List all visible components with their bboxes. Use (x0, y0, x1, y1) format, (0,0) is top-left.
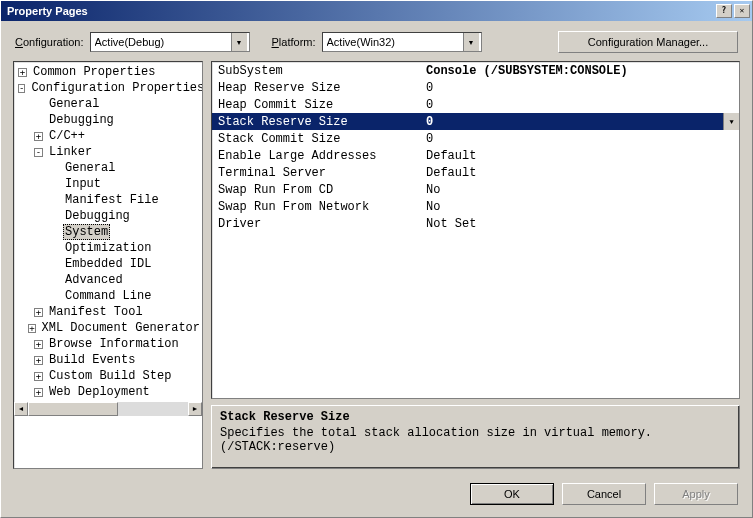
tree-item-label: Common Properties (31, 65, 157, 79)
tree-item-label: Optimization (63, 241, 153, 255)
property-name: Terminal Server (212, 166, 422, 180)
tree-item[interactable]: +C/C++ (14, 128, 202, 144)
property-value[interactable]: 0 (422, 81, 739, 95)
close-button[interactable]: ✕ (734, 4, 750, 18)
property-row[interactable]: SubSystemConsole (/SUBSYSTEM:CONSOLE) (212, 62, 739, 79)
tree-item[interactable]: Embedded IDL (14, 256, 202, 272)
expand-icon[interactable]: + (34, 372, 43, 381)
property-value[interactable]: No (422, 183, 739, 197)
property-row[interactable]: Heap Commit Size0 (212, 96, 739, 113)
tree-item-label: Manifest Tool (47, 305, 145, 319)
expand-icon[interactable]: + (28, 324, 35, 333)
property-row[interactable]: Terminal ServerDefault (212, 164, 739, 181)
expand-icon[interactable]: + (34, 340, 43, 349)
property-name: Swap Run From Network (212, 200, 422, 214)
configuration-manager-button[interactable]: Configuration Manager... (558, 31, 738, 53)
property-value[interactable]: 0 (422, 115, 723, 129)
property-name: Swap Run From CD (212, 183, 422, 197)
configuration-value[interactable] (91, 33, 231, 51)
property-value[interactable]: Not Set (422, 217, 739, 231)
description-title: Stack Reserve Size (220, 410, 731, 424)
tree-item-label: Browse Information (47, 337, 181, 351)
collapse-icon[interactable]: - (18, 84, 25, 93)
property-row[interactable]: DriverNot Set (212, 215, 739, 232)
tree-item[interactable]: General (14, 160, 202, 176)
property-value[interactable]: Default (422, 166, 739, 180)
tree-item-label: Command Line (63, 289, 153, 303)
property-row[interactable]: Swap Run From NetworkNo (212, 198, 739, 215)
chevron-down-icon[interactable] (463, 33, 479, 51)
scroll-right-icon[interactable]: ► (188, 402, 202, 416)
expand-icon[interactable]: + (34, 308, 43, 317)
tree-item[interactable]: +Common Properties (14, 64, 202, 80)
property-row[interactable]: Enable Large AddressesDefault (212, 147, 739, 164)
property-row[interactable]: Swap Run From CDNo (212, 181, 739, 198)
property-row[interactable]: Stack Commit Size0 (212, 130, 739, 147)
expand-icon[interactable]: + (34, 132, 43, 141)
tree-item[interactable]: System (14, 224, 202, 240)
platform-select[interactable] (322, 32, 482, 52)
property-row[interactable]: Heap Reserve Size0 (212, 79, 739, 96)
apply-button[interactable]: Apply (654, 483, 738, 505)
tree-item[interactable]: +Custom Build Step (14, 368, 202, 384)
tree-item[interactable]: +Build Events (14, 352, 202, 368)
tree-item-label: C/C++ (47, 129, 87, 143)
property-name: SubSystem (212, 64, 422, 78)
tree-item-label: XML Document Generator (40, 321, 202, 335)
tree-item-label: Custom Build Step (47, 369, 173, 383)
platform-value[interactable] (323, 33, 463, 51)
tree-item[interactable]: Manifest File (14, 192, 202, 208)
cancel-button[interactable]: Cancel (562, 483, 646, 505)
expand-icon[interactable]: + (34, 388, 43, 397)
property-row[interactable]: Stack Reserve Size0 (212, 113, 739, 130)
window-title: Property Pages (7, 5, 714, 17)
collapse-icon[interactable]: - (34, 148, 43, 157)
tree-item-label: Manifest File (63, 193, 161, 207)
expand-icon[interactable]: + (34, 356, 43, 365)
tree-item-label: Configuration Properties (29, 81, 203, 95)
scroll-thumb[interactable] (28, 402, 118, 416)
property-value[interactable]: No (422, 200, 739, 214)
property-pages-dialog: Property Pages ? ✕ Configuration: Platfo… (0, 0, 753, 518)
tree-item-label: Linker (47, 145, 94, 159)
property-name: Stack Commit Size (212, 132, 422, 146)
chevron-down-icon[interactable] (723, 113, 739, 130)
tree-item[interactable]: -Configuration Properties (14, 80, 202, 96)
property-value[interactable]: Console (/SUBSYSTEM:CONSOLE) (422, 64, 739, 78)
tree-item[interactable]: -Linker (14, 144, 202, 160)
tree-item-label: Web Deployment (47, 385, 152, 399)
tree-item[interactable]: Advanced (14, 272, 202, 288)
config-bar: Configuration: Platform: Configuration M… (1, 21, 752, 61)
property-name: Heap Reserve Size (212, 81, 422, 95)
help-button[interactable]: ? (716, 4, 732, 18)
tree-item-label: Debugging (63, 209, 132, 223)
property-value[interactable]: 0 (422, 98, 739, 112)
tree-item[interactable]: General (14, 96, 202, 112)
tree-item[interactable]: +Web Deployment (14, 384, 202, 400)
scroll-left-icon[interactable]: ◄ (14, 402, 28, 416)
scrollbar-horizontal[interactable]: ◄ ► (14, 402, 202, 416)
expand-icon[interactable]: + (18, 68, 27, 77)
tree-panel[interactable]: +Common Properties-Configuration Propert… (13, 61, 203, 469)
tree-item[interactable]: Debugging (14, 112, 202, 128)
chevron-down-icon[interactable] (231, 33, 247, 51)
property-name: Heap Commit Size (212, 98, 422, 112)
tree-item-label: Embedded IDL (63, 257, 153, 271)
titlebar[interactable]: Property Pages ? ✕ (1, 1, 752, 21)
tree-item[interactable]: +XML Document Generator (14, 320, 202, 336)
platform-label: Platform: (272, 36, 316, 48)
property-value[interactable]: 0 (422, 132, 739, 146)
tree-item[interactable]: Optimization (14, 240, 202, 256)
tree-item-label: General (63, 161, 117, 175)
tree-item[interactable]: Command Line (14, 288, 202, 304)
description-panel: Stack Reserve Size Specifies the total s… (211, 405, 740, 469)
property-grid[interactable]: SubSystemConsole (/SUBSYSTEM:CONSOLE)Hea… (211, 61, 740, 399)
tree-item[interactable]: +Browse Information (14, 336, 202, 352)
configuration-select[interactable] (90, 32, 250, 52)
property-name: Driver (212, 217, 422, 231)
property-value[interactable]: Default (422, 149, 739, 163)
tree-item[interactable]: Input (14, 176, 202, 192)
tree-item[interactable]: +Manifest Tool (14, 304, 202, 320)
ok-button[interactable]: OK (470, 483, 554, 505)
tree-item[interactable]: Debugging (14, 208, 202, 224)
